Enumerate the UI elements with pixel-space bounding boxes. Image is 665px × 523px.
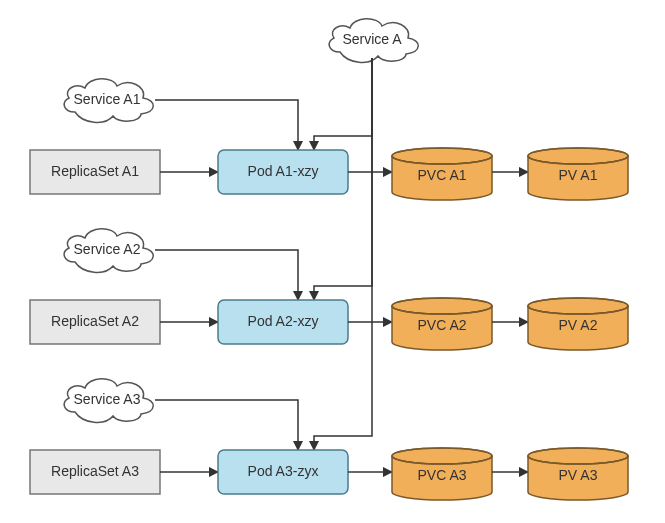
pvc-1-label: PVC A1 xyxy=(417,167,466,183)
cloud-service-2: Service A2 xyxy=(64,229,153,273)
row-2: Service A2 ReplicaSet A2 Pod A2-xzy PVC … xyxy=(30,229,628,350)
pod-1-label: Pod A1-xzy xyxy=(248,163,319,179)
replicaset-3-label: ReplicaSet A3 xyxy=(51,463,139,479)
cloud-service-top-label: Service A xyxy=(342,31,402,47)
cloud-service-1: Service A1 xyxy=(64,79,153,123)
row-1: Service A1 ReplicaSet A1 Pod A1-xzy PVC … xyxy=(30,79,628,200)
pod-2-label: Pod A2-xzy xyxy=(248,313,319,329)
pvc-2: PVC A2 xyxy=(392,298,492,350)
pv-2-label: PV A2 xyxy=(559,317,598,333)
arrow-serviceA-pod1 xyxy=(314,58,372,150)
cloud-service-1-label: Service A1 xyxy=(74,91,141,107)
pv-3-label: PV A3 xyxy=(559,467,598,483)
pvc-3: PVC A3 xyxy=(392,448,492,500)
arrow-service3-pod3 xyxy=(155,400,298,450)
row-3: Service A3 ReplicaSet A3 Pod A3-zyx PVC … xyxy=(30,379,628,500)
pvc-2-label: PVC A2 xyxy=(417,317,466,333)
arrow-serviceA-pod3 xyxy=(314,58,372,450)
pvc-1: PVC A1 xyxy=(392,148,492,200)
arrow-service2-pod2 xyxy=(155,250,298,300)
pod-3-label: Pod A3-zyx xyxy=(248,463,319,479)
arrow-service1-pod1 xyxy=(155,100,298,150)
pvc-3-label: PVC A3 xyxy=(417,467,466,483)
cloud-service-2-label: Service A2 xyxy=(74,241,141,257)
diagram: Service A Service A1 ReplicaSet A1 Pod A… xyxy=(0,0,665,523)
replicaset-2-label: ReplicaSet A2 xyxy=(51,313,139,329)
pv-1: PV A1 xyxy=(528,148,628,200)
cloud-service-3: Service A3 xyxy=(64,379,153,423)
pv-3: PV A3 xyxy=(528,448,628,500)
pv-1-label: PV A1 xyxy=(559,167,598,183)
replicaset-1-label: ReplicaSet A1 xyxy=(51,163,139,179)
pv-2: PV A2 xyxy=(528,298,628,350)
cloud-service-3-label: Service A3 xyxy=(74,391,141,407)
cloud-service-top: Service A xyxy=(329,19,418,63)
